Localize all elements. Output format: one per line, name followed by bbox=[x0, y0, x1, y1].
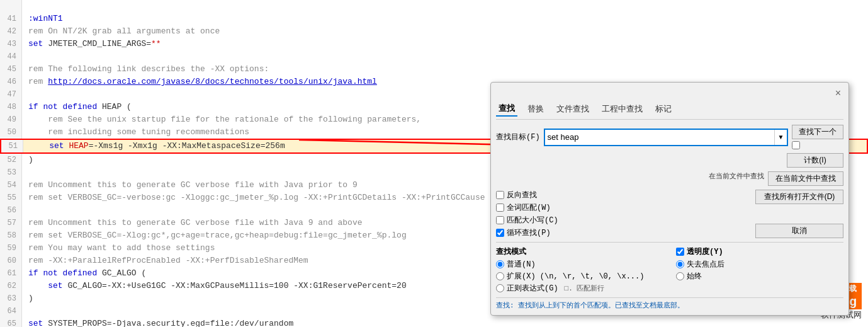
find-dialog-titlebar: × bbox=[496, 88, 843, 99]
line-num-61: 61 bbox=[0, 267, 22, 280]
code-token-heap: HEAP bbox=[69, 141, 88, 151]
search-dropdown-button[interactable]: ▼ bbox=[774, 130, 787, 145]
line-content-65: set SYSTEM_PROPS=-Djava.security.egd=fil… bbox=[22, 318, 868, 327]
find-current-file-button[interactable]: 在当前文件中查找 bbox=[768, 171, 843, 186]
code-line-65: 65 set SYSTEM_PROPS=-Djava.security.egd=… bbox=[0, 318, 868, 327]
checkbox-case-input[interactable] bbox=[496, 216, 504, 224]
line-num-50: 50 bbox=[0, 126, 22, 139]
line-content-43: set JMETER_CMD_LINE_ARGS=** bbox=[22, 38, 868, 50]
line-content-42: rem On NT/2K grab all arguments at once bbox=[22, 25, 868, 38]
code-token: HEAP ( bbox=[97, 102, 132, 112]
code-token: rem bbox=[28, 77, 48, 86]
find-tab-file-search[interactable]: 文件查找 bbox=[554, 101, 592, 117]
transparency-focus: 失去焦点后 bbox=[676, 259, 843, 270]
checkbox-reverse-label: 反向查找 bbox=[507, 190, 537, 200]
checkbox-case-label: 匹配大小写(C) bbox=[507, 215, 558, 226]
code-line-45: 45 rem The following link describes the … bbox=[0, 63, 868, 76]
transparency-checkbox[interactable] bbox=[676, 248, 684, 256]
checkbox-case: 匹配大小写(C) bbox=[496, 215, 749, 226]
find-tab-replace[interactable]: 替换 bbox=[525, 101, 546, 117]
line-num-59: 59 bbox=[0, 242, 22, 255]
transparency-always: 始终 bbox=[676, 271, 843, 282]
find-tab-mark[interactable]: 标记 bbox=[653, 101, 674, 117]
line-num-65: 65 bbox=[0, 318, 22, 327]
code-link[interactable]: http://docs.oracle.com/javase/8/docs/tec… bbox=[48, 77, 377, 86]
find-checkbox-extra[interactable] bbox=[792, 141, 800, 149]
checkbox-whole-word-label: 全词匹配(W) bbox=[507, 202, 551, 213]
current-file-note: 在当前文件中查找 bbox=[709, 171, 764, 186]
find-close-button[interactable]: × bbox=[833, 88, 843, 99]
code-token: rem including some tuning recommendation… bbox=[28, 127, 249, 137]
code-token: GC_ALGO=-XX:+UseG1GC -XX:MaxGCPauseMilli… bbox=[63, 281, 407, 290]
line-num-48: 48 bbox=[0, 101, 22, 113]
find-next-button[interactable]: 查找下一个 bbox=[792, 125, 843, 139]
code-token: rem You may want to add those settings bbox=[28, 243, 215, 253]
code-token: :winNT1 bbox=[28, 14, 63, 23]
line-num-42: 42 bbox=[0, 25, 22, 38]
mode-regex-radio[interactable] bbox=[496, 284, 504, 292]
code-token: set bbox=[30, 141, 69, 151]
line-num-64: 64 bbox=[0, 305, 22, 318]
mode-extended: 扩展(X) (\n, \r, \t, \0, \x...) bbox=[496, 271, 663, 282]
line-num-41: 41 bbox=[0, 13, 22, 25]
code-token: rem Uncomment this to generate GC verbos… bbox=[28, 218, 363, 227]
line-num-56: 56 bbox=[0, 204, 22, 217]
code-token: set bbox=[28, 281, 63, 290]
line-num-63: 63 bbox=[0, 292, 22, 305]
transparency-focus-radio[interactable] bbox=[676, 260, 684, 268]
find-tab-search[interactable]: 查找 bbox=[496, 101, 517, 117]
line-num-54: 54 bbox=[0, 179, 22, 192]
transparency-always-radio[interactable] bbox=[676, 272, 684, 280]
cancel-button[interactable]: 取消 bbox=[755, 224, 843, 238]
code-token: =-Xms1g -Xmx1g -XX:MaxMetaspaceSize=256m bbox=[89, 141, 285, 151]
code-token: SYSTEM_PROPS=-Djava.security.egd=file:/d… bbox=[43, 319, 293, 327]
code-token: if not defined bbox=[28, 268, 97, 278]
line-num-62: 62 bbox=[0, 280, 22, 292]
search-input-wrapper: ▼ bbox=[544, 129, 788, 146]
line-num-53: 53 bbox=[0, 166, 22, 179]
find-checkbox-wrapper bbox=[792, 141, 843, 149]
code-token: rem The following link describes the -XX… bbox=[28, 64, 269, 74]
mode-extended-radio[interactable] bbox=[496, 272, 504, 280]
mode-normal-radio[interactable] bbox=[496, 260, 504, 268]
line-num-52: 52 bbox=[0, 154, 22, 166]
line-content-44 bbox=[22, 50, 868, 63]
line-num-60: 60 bbox=[0, 255, 22, 267]
code-token: if not defined bbox=[28, 102, 97, 112]
checkbox-whole-word-input[interactable] bbox=[496, 204, 504, 212]
code-token: rem On NT/2K grab all arguments at once bbox=[28, 26, 220, 36]
search-label: 查找目标(F) bbox=[496, 132, 540, 142]
line-num-44: 44 bbox=[0, 50, 22, 63]
find-dialog: × 查找 替换 文件查找 工程中查找 标记 查找目标(F) ▼ 查找下一个 计数… bbox=[490, 82, 849, 316]
code-line-41: 41 :winNT1 bbox=[0, 13, 868, 25]
find-status-bar: 查找: 查找到从上到下的首个匹配项。已查找至文档最底部。 bbox=[496, 297, 843, 310]
search-mode-title: 查找模式 bbox=[496, 246, 663, 257]
code-token: set bbox=[28, 39, 43, 49]
checkbox-group: 反向查找 全词匹配(W) 匹配大小写(C) 循环查找(P) bbox=[496, 190, 749, 238]
code-token: ) bbox=[28, 155, 33, 164]
transparency-section: 透明度(Y) 失去焦点后 始终 bbox=[676, 246, 843, 294]
mode-normal-label: 普通(N) bbox=[507, 259, 536, 270]
find-all-open-button[interactable]: 查找所有打开文件(D) bbox=[755, 190, 843, 204]
checkbox-reverse-input[interactable] bbox=[496, 191, 504, 199]
code-token: GC_ALGO ( bbox=[97, 268, 146, 278]
line-num-58: 58 bbox=[0, 229, 22, 242]
checkbox-wrap: 循环查找(P) bbox=[496, 227, 749, 238]
find-tabs: 查找 替换 文件查找 工程中查找 标记 bbox=[496, 101, 843, 120]
find-tab-project-search[interactable]: 工程中查找 bbox=[599, 101, 645, 117]
search-input[interactable] bbox=[545, 130, 774, 145]
code-token: rem -XX:+ParallelRefProcEnabled -XX:+Per… bbox=[28, 256, 308, 265]
mode-regex-option: □. 匹配新行 bbox=[565, 284, 605, 293]
mode-regex-label: 正则表达式(G) bbox=[507, 283, 558, 294]
code-line-empty-top bbox=[0, 0, 868, 13]
checkbox-wrap-input[interactable] bbox=[496, 229, 504, 237]
checkbox-reverse: 反向查找 bbox=[496, 190, 749, 200]
mode-regex: 正则表达式(G) □. 匹配新行 bbox=[496, 283, 663, 294]
code-token: rem set VERBOSE_GC=-Xlog:gc*,gc+age=trac… bbox=[28, 231, 407, 240]
count-button[interactable]: 计数(I) bbox=[787, 153, 843, 168]
line-num-43: 43 bbox=[0, 38, 22, 50]
checkbox-whole-word: 全词匹配(W) bbox=[496, 202, 749, 213]
line-num-45: 45 bbox=[0, 63, 22, 76]
checkbox-wrap-label: 循环查找(P) bbox=[507, 227, 551, 238]
transparency-label: 透明度(Y) bbox=[687, 246, 723, 257]
